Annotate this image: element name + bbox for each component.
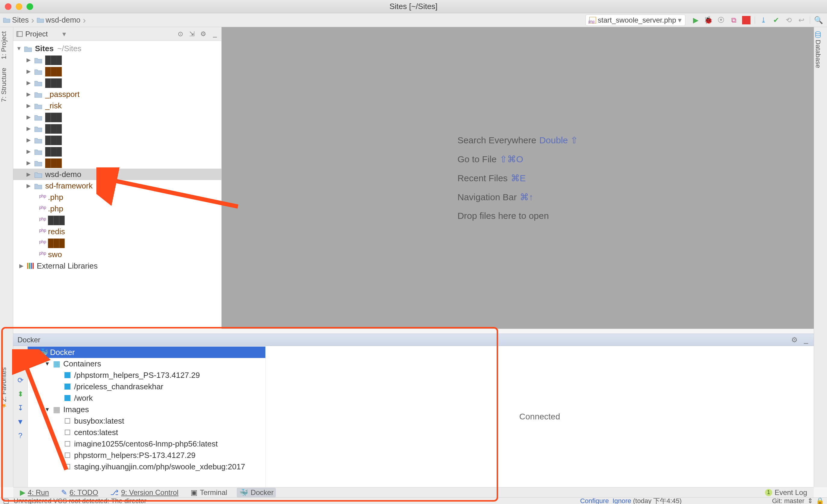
search-icon[interactable]: 🔍 (814, 16, 823, 24)
tree-folder[interactable]: ▶███ (13, 146, 222, 157)
container-item[interactable]: /priceless_chandrasekhar (28, 381, 265, 392)
commit-icon[interactable]: ✔ (772, 16, 780, 24)
tool-favorites-tab[interactable]: ★2: Favorites (0, 363, 8, 414)
image-item[interactable]: phpstorm_helpers:PS-173.4127.29 (28, 450, 265, 461)
redeploy-icon[interactable]: ⟳ (16, 376, 25, 385)
lock-icon[interactable]: 🔒 (816, 497, 824, 504)
chevron-up-down-icon[interactable]: ⇕ (808, 497, 813, 504)
image-item[interactable]: busybox:latest (28, 415, 265, 426)
expand-icon[interactable]: ▶ (27, 125, 33, 132)
tree-folder[interactable]: ▶_risk (13, 100, 222, 111)
tree-folder[interactable]: ▶sd-framework (13, 180, 222, 192)
gear-icon[interactable]: ⚙ (200, 31, 207, 38)
gear-icon[interactable]: ⚙ (791, 336, 798, 344)
expand-icon[interactable]: ▶ (27, 171, 33, 178)
expand-icon[interactable]: ▶ (27, 80, 33, 86)
tab-todo[interactable]: ✎6: TODO (59, 488, 101, 497)
tab-terminal[interactable]: ▣Terminal (188, 488, 230, 497)
expand-icon[interactable]: ▶ (19, 262, 26, 269)
tree-file[interactable]: php.php (13, 203, 222, 214)
tree-folder[interactable]: ▶███ (13, 54, 222, 66)
tree-root[interactable]: ▼ Sites ~/Sites (13, 43, 222, 54)
locate-icon[interactable]: ⊙ (177, 31, 184, 38)
run-icon[interactable]: ▶ (691, 16, 700, 24)
status-configure-link[interactable]: Configure (580, 497, 609, 504)
update-icon[interactable]: ⤓ (759, 16, 768, 24)
docker-root[interactable]: ▼ 🐳 Docker (28, 347, 265, 358)
tree-folder[interactable]: ▶███ (13, 157, 222, 168)
collapse-icon[interactable]: ▼ (45, 406, 51, 413)
expand-icon[interactable]: ▶ (27, 137, 33, 143)
pull-icon[interactable]: ↧ (16, 404, 25, 412)
stop-deploy-icon[interactable]: ■ (16, 362, 25, 371)
tree-file[interactable]: php.php (13, 192, 222, 203)
tab-vcs[interactable]: ⎇9: Version Control (108, 488, 181, 497)
external-libraries[interactable]: ▶ External Libraries (13, 260, 222, 271)
left-tool-strip: 1: Project 7: Structure (0, 27, 13, 487)
container-item[interactable]: /phpstorm_helpers_PS-173.4127.29 (28, 369, 265, 381)
docker-panel-header[interactable]: Docker ⚙ ⎯ (13, 334, 814, 346)
history-icon[interactable]: ⟲ (784, 16, 793, 24)
image-item[interactable]: staging.yihuangjin.com/php/swoole_xdebug… (28, 461, 265, 472)
image-item[interactable]: centos:latest (28, 426, 265, 438)
breadcrumb-item[interactable]: wsd-demo (37, 16, 81, 24)
tree-file[interactable]: php███ (13, 237, 222, 249)
filter-icon[interactable]: ▼ (16, 417, 25, 426)
tree-file[interactable]: phpredis (13, 226, 222, 237)
expand-icon[interactable]: ▶ (27, 91, 33, 98)
stop-icon[interactable] (742, 16, 750, 24)
tree-label: staging.yihuangjin.com/php/swoole_xdebug… (74, 462, 245, 471)
statusbar-icon[interactable]: ▢ (3, 497, 9, 504)
tab-event-log[interactable]: 1Event Log (763, 488, 810, 497)
tree-label: imagine10255/centos6-lnmp-php56:latest (74, 439, 218, 449)
tree-file[interactable]: phpswo (13, 249, 222, 260)
debug-icon[interactable]: 🐞 (704, 16, 713, 24)
project-panel-title[interactable]: Project ▾ (16, 30, 66, 38)
images-node[interactable]: ▼ ▦ Images (28, 404, 265, 415)
run-config-selector[interactable]: start_swoole_server.php ▾ (585, 14, 685, 26)
tree-folder[interactable]: ▶███ (13, 66, 222, 77)
tool-structure-tab[interactable]: 7: Structure (0, 63, 8, 106)
docker-tree[interactable]: ▼ 🐳 Docker ▼ ▦ Containers /phpstorm_help… (28, 346, 265, 487)
expand-icon[interactable]: ▶ (27, 102, 33, 109)
hide-icon[interactable]: ⎯ (802, 336, 810, 344)
revert-icon[interactable]: ↩ (797, 16, 806, 24)
container-item[interactable]: /work (28, 392, 265, 404)
tree-folder[interactable]: ▶███ (13, 77, 222, 89)
coverage-icon[interactable]: ⦿ (717, 16, 725, 24)
tree-folder[interactable]: ▶_passport (13, 89, 222, 100)
containers-node[interactable]: ▼ ▦ Containers (28, 358, 265, 369)
tree-folder[interactable]: ▶███ (13, 123, 222, 134)
collapse-icon[interactable]: ▼ (45, 361, 51, 367)
collapse-icon[interactable]: ⇲ (188, 31, 195, 38)
chevron-down-icon: ▾ (678, 16, 682, 24)
collapse-icon[interactable]: ▼ (31, 349, 38, 356)
build-icon[interactable]: ⬍ (16, 390, 25, 398)
deploy-icon[interactable]: ▶ (16, 348, 25, 357)
image-item[interactable]: imagine10255/centos6-lnmp-php56:latest (28, 438, 265, 450)
hide-icon[interactable]: ⎯ (211, 31, 218, 38)
tree-file[interactable]: php███ (13, 214, 222, 226)
expand-icon[interactable]: ▶ (27, 183, 33, 189)
tree-folder[interactable]: ▶███ (13, 134, 222, 146)
tool-database-tab[interactable]: Database (814, 27, 822, 72)
tree-folder[interactable]: ▶███ (13, 111, 222, 123)
tree-folder[interactable]: ▶wsd-demo (13, 168, 222, 180)
project-tree[interactable]: ▼ Sites ~/Sites ▶███▶███▶███▶_passport▶_… (13, 41, 222, 329)
expand-icon[interactable]: ▶ (27, 114, 33, 120)
expand-icon[interactable]: ▶ (27, 160, 33, 166)
tree-label: _risk (45, 101, 62, 110)
tool-project-tab[interactable]: 1: Project (0, 27, 8, 63)
expand-icon[interactable]: ▶ (27, 68, 33, 75)
expand-icon[interactable]: ▶ (27, 57, 33, 63)
help-icon[interactable]: ? (16, 432, 25, 440)
status-ignore-link[interactable]: Ignore (613, 497, 631, 504)
breadcrumb-item[interactable]: Sites (3, 16, 29, 24)
profile-icon[interactable]: ⧉ (729, 16, 738, 24)
git-branch[interactable]: Git: master (772, 497, 805, 504)
expand-icon[interactable]: ▼ (16, 45, 23, 52)
tab-docker[interactable]: 🐳Docker (237, 488, 276, 497)
tab-run[interactable]: ▶4: Run (17, 488, 51, 497)
expand-icon[interactable]: ▶ (27, 148, 33, 155)
docker-side-toolbar: ▶ ■ ⟳ ⬍ ↧ ▼ ? (13, 346, 28, 487)
